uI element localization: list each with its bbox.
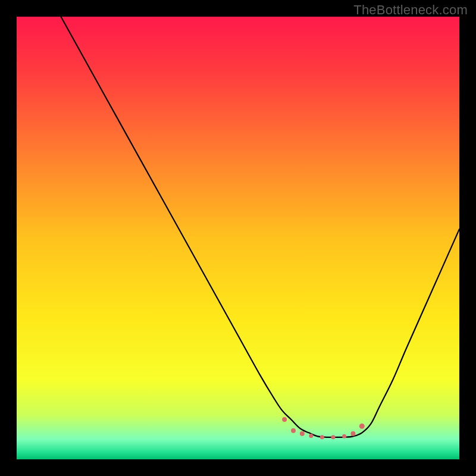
bottleneck-chart <box>17 17 459 459</box>
data-marker <box>359 424 365 429</box>
watermark-text: TheBottleneck.com <box>353 2 468 18</box>
data-marker <box>300 431 305 436</box>
data-marker <box>309 434 313 438</box>
data-marker <box>342 434 346 439</box>
data-marker <box>282 417 287 422</box>
data-marker <box>320 435 324 439</box>
data-marker <box>350 431 355 436</box>
data-marker <box>291 428 296 433</box>
data-marker <box>331 435 335 439</box>
chart-background <box>17 17 459 459</box>
chart-svg <box>17 17 459 459</box>
